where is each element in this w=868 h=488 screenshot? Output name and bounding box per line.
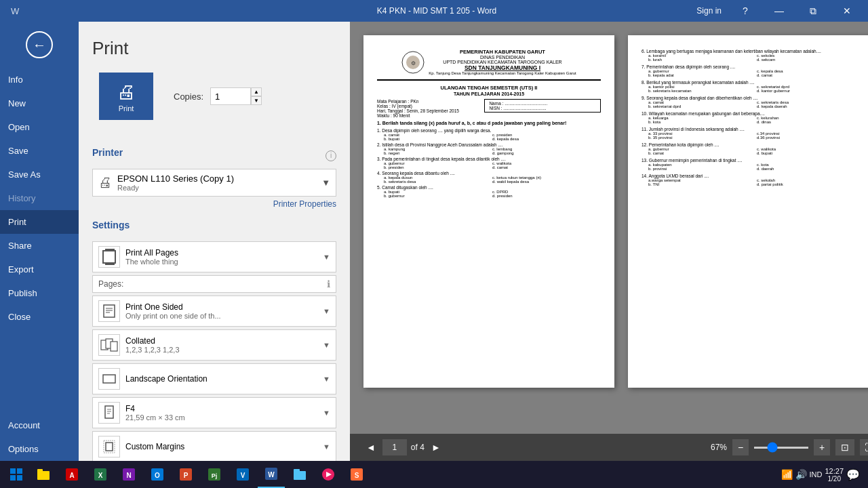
fit-page-btn[interactable]: ⊡	[835, 439, 854, 455]
svg-text:A: A	[69, 472, 74, 479]
taskbar-visio[interactable]: V	[229, 461, 256, 488]
question-3: 3. Pada pemerintahan di tingkat desa kep…	[377, 157, 601, 169]
fullscreen-btn[interactable]: ⛶	[860, 439, 868, 455]
svg-rect-0	[104, 305, 115, 317]
language-indicator[interactable]: IND	[810, 470, 823, 479]
taskbar-excel[interactable]: X	[87, 461, 114, 488]
taskbar-apps: A X N O P	[30, 461, 776, 488]
question-6: 6. Lembaga yang bertugas menjaga keamana…	[642, 49, 865, 62]
print-range-dropdown[interactable]: Print All Pages The whole thing ▼	[92, 241, 336, 272]
paper-size-dropdown[interactable]: F4 21,59 cm × 33 cm ▼	[92, 397, 336, 428]
question-9: 9. Seorang kepala desa diangkat dan dibe…	[642, 96, 865, 108]
sign-in-link[interactable]: Sign in	[696, 6, 722, 16]
taskbar-explorer[interactable]	[30, 461, 57, 488]
sidebar-item-new[interactable]: New	[0, 92, 79, 115]
copies-spinner[interactable]: ▲ ▼	[251, 87, 262, 105]
instruction: 1. Berilah tanda silang (x) pada huruf a…	[377, 121, 601, 125]
pages-info-icon[interactable]: ℹ	[327, 279, 330, 289]
current-page-input[interactable]	[382, 439, 407, 455]
page-preview-2: 6. Lembaga yang bertugas menjaga keamana…	[628, 35, 868, 388]
copies-down-btn[interactable]: ▼	[251, 96, 262, 105]
collated-icon	[98, 334, 120, 356]
svg-text:P: P	[184, 472, 189, 479]
print-range-arrow: ▼	[323, 253, 330, 261]
one-sided-arrow: ▼	[323, 307, 330, 315]
question-11: 11. Jumlah provinsi di Indonesia sekaran…	[642, 127, 865, 140]
taskbar-project[interactable]: Pj	[201, 461, 228, 488]
taskbar-onenote[interactable]: N	[115, 461, 142, 488]
one-sided-sub: Only print on one side of th...	[125, 312, 317, 320]
taskbar-clock[interactable]: 12:27 1/20	[825, 467, 844, 483]
sidebar-item-info[interactable]: Info	[0, 68, 79, 92]
printer-info-icon[interactable]: i	[326, 150, 336, 161]
svg-rect-8	[105, 406, 113, 418]
question-13: 13. Gubernur memimpin pemerintahan di ti…	[642, 158, 865, 171]
sidebar-item-export[interactable]: Export	[0, 258, 79, 281]
back-button[interactable]: ←	[19, 24, 60, 65]
orientation-icon	[98, 368, 120, 390]
svg-rect-22	[37, 469, 43, 472]
orientation-arrow: ▼	[323, 375, 330, 383]
taskbar-scratch[interactable]: S	[343, 461, 370, 488]
next-page-btn[interactable]: ►	[429, 442, 443, 453]
volume-icon: 🔊	[795, 469, 807, 480]
sidebar-item-close[interactable]: Close	[0, 305, 79, 329]
svg-text:S: S	[355, 472, 359, 479]
taskbar-word[interactable]: W	[258, 461, 285, 488]
taskbar-powerpoint[interactable]: P	[172, 461, 199, 488]
copies-input[interactable]	[210, 87, 251, 105]
zoom-slider[interactable]	[754, 447, 808, 449]
doc-header-line3: UPTD PENDIDIKAN KECAMATAN TAROGONG KALER	[429, 60, 576, 64]
one-sided-dropdown[interactable]: Print One Sided Only print on one side o…	[92, 296, 336, 327]
sidebar-item-save-as[interactable]: Save As	[0, 163, 79, 186]
start-button[interactable]	[3, 461, 30, 488]
printer-dropdown[interactable]: 🖨 EPSON L110 Series (Copy 1) Ready ▼	[92, 169, 336, 197]
sidebar-item-open[interactable]: Open	[0, 115, 79, 139]
one-sided-main: Print One Sided	[125, 302, 317, 312]
paper-size-arrow: ▼	[323, 409, 330, 417]
minimize-button[interactable]: —	[764, 0, 795, 22]
close-button[interactable]: ✕	[831, 0, 863, 22]
restore-button[interactable]: ⧉	[797, 0, 829, 22]
taskbar-acrobat[interactable]: A	[58, 461, 85, 488]
one-sided-icon	[98, 300, 120, 322]
pages-input[interactable]	[126, 279, 327, 289]
notification-icon[interactable]: 💬	[846, 468, 860, 481]
svg-rect-6	[111, 342, 117, 351]
sidebar-item-print[interactable]: Print	[0, 210, 79, 234]
help-button[interactable]: ?	[730, 0, 761, 22]
zoom-in-btn[interactable]: +	[814, 439, 830, 455]
collated-dropdown[interactable]: Collated 1,2,3 1,2,3 1,2,3 ▼	[92, 329, 336, 361]
sidebar-item-share[interactable]: Share	[0, 234, 79, 258]
orientation-dropdown[interactable]: Landscape Orientation ▼	[92, 363, 336, 394]
prev-page-btn[interactable]: ◄	[363, 442, 378, 453]
question-2: 2. Istilah desa di Provinsi Nanggroe Ace…	[377, 142, 601, 155]
zoom-out-btn[interactable]: −	[732, 439, 749, 455]
margins-icon	[98, 436, 120, 458]
taskbar-system-tray: 📶 🔊 IND 12:27 1/20 💬	[776, 467, 865, 483]
title-bar-title: K4 PKN - MID SMT 1 205 - Word	[295, 6, 579, 16]
student-info-box: Nama : .................................…	[484, 99, 601, 113]
printer-properties-link[interactable]: Printer Properties	[92, 199, 336, 209]
zoom-level: 67%	[711, 443, 727, 452]
sidebar-item-options[interactable]: Options	[0, 437, 79, 461]
svg-text:W: W	[268, 471, 275, 479]
question-10: 10. Wilayah kecamatan merupakan gabungan…	[642, 111, 865, 124]
preview-navigation: ◄ of 4 ► 67% − + ⊡ ⛶	[350, 434, 868, 461]
print-title: Print	[92, 38, 336, 59]
sidebar-item-account[interactable]: Account	[0, 413, 79, 437]
svg-text:⚙: ⚙	[411, 60, 416, 66]
taskbar-media[interactable]	[315, 461, 342, 488]
sidebar-item-save[interactable]: Save	[0, 139, 79, 163]
settings-section-title: Settings	[92, 220, 130, 230]
printer-dropdown-arrow: ▼	[321, 178, 330, 188]
taskbar: A X N O P	[0, 461, 868, 488]
taskbar-outlook[interactable]: O	[144, 461, 171, 488]
print-button[interactable]: 🖨 Print	[99, 73, 153, 120]
copies-up-btn[interactable]: ▲	[251, 87, 262, 96]
taskbar-file-manager[interactable]	[286, 461, 313, 488]
svg-text:O: O	[155, 472, 160, 479]
margins-dropdown[interactable]: Custom Margins ▼	[92, 431, 336, 461]
margins-main: Custom Margins	[125, 442, 317, 451]
sidebar-item-publish[interactable]: Publish	[0, 281, 79, 305]
